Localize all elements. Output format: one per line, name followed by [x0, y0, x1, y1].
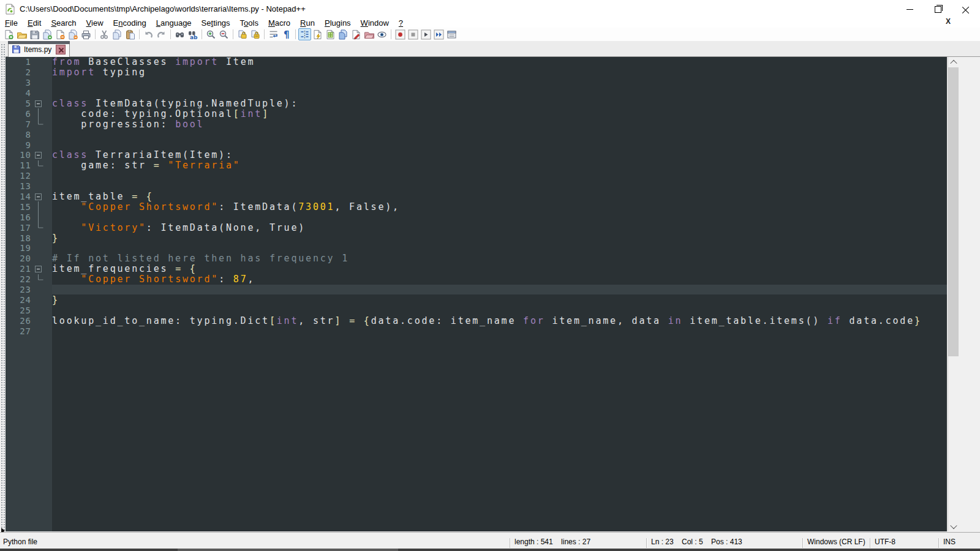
- menu-encoding[interactable]: Encoding: [108, 18, 151, 28]
- word-wrap-icon[interactable]: [267, 28, 280, 40]
- monitoring-icon[interactable]: [375, 28, 388, 40]
- copy-icon[interactable]: [111, 28, 124, 40]
- code-line[interactable]: 1from BaseClasses import Item: [6, 57, 947, 67]
- code-line[interactable]: 9: [6, 140, 947, 150]
- code-line[interactable]: 6 code: typing.Optional[int]: [6, 108, 947, 119]
- document-close-icon[interactable]: X: [946, 17, 951, 26]
- status-insert-mode[interactable]: INS: [943, 538, 956, 546]
- scrollbar-thumb[interactable]: [948, 67, 959, 356]
- scroll-down-icon[interactable]: [948, 521, 959, 531]
- code-line[interactable]: 18}: [6, 233, 947, 243]
- macro-play-icon[interactable]: [420, 28, 432, 40]
- fold-margin[interactable]: [31, 99, 52, 109]
- toolbar-separator: [202, 29, 202, 39]
- replace-icon[interactable]: ab: [186, 28, 199, 40]
- menu-view[interactable]: View: [81, 18, 108, 28]
- fold-margin[interactable]: [31, 264, 52, 274]
- fold-margin: [31, 108, 52, 119]
- code-line[interactable]: 4: [6, 88, 947, 99]
- indent-guide-icon[interactable]: [298, 28, 311, 40]
- line-number: 26: [6, 316, 31, 326]
- tab-bar: Items.py: [0, 41, 980, 57]
- code-line[interactable]: 11 game: str = "Terraria": [6, 160, 947, 171]
- save-icon[interactable]: [28, 28, 41, 40]
- status-eol-format[interactable]: Windows (CR LF): [807, 538, 865, 546]
- code-line[interactable]: 19: [6, 243, 947, 253]
- menu-help[interactable]: ?: [394, 18, 408, 28]
- code-line[interactable]: 27: [6, 326, 947, 336]
- code-line[interactable]: 25: [6, 305, 947, 315]
- macro-save-icon[interactable]: [445, 28, 458, 40]
- code-line[interactable]: 24}: [6, 294, 947, 305]
- code-editor[interactable]: 1from BaseClasses import Item2import typ…: [6, 57, 947, 531]
- tab-close-icon[interactable]: [56, 45, 66, 54]
- code-line[interactable]: 20# If not listed here then has frequenc…: [6, 253, 947, 264]
- menu-macro[interactable]: Macro: [263, 18, 295, 28]
- code-line[interactable]: 5class ItemData(typing.NamedTuple):: [6, 99, 947, 109]
- sync-horizontal-icon[interactable]: [249, 28, 262, 40]
- code-text: }: [52, 294, 59, 305]
- macro-run-multiple-icon[interactable]: [432, 28, 445, 40]
- code-line[interactable]: 2import typing: [6, 67, 947, 78]
- document-map-icon[interactable]: [324, 28, 337, 40]
- vertical-scrollbar[interactable]: [948, 57, 959, 531]
- menu-search[interactable]: Search: [46, 18, 81, 28]
- svg-text:¶: ¶: [284, 29, 290, 40]
- close-icon[interactable]: [54, 28, 67, 40]
- edit-marker-icon[interactable]: [350, 28, 363, 40]
- fold-margin: [31, 294, 52, 305]
- menu-plugins[interactable]: Plugins: [320, 18, 356, 28]
- code-line[interactable]: 14item_table = {: [6, 192, 947, 202]
- code-line[interactable]: 10class TerrariaItem(Item):: [6, 150, 947, 160]
- code-line[interactable]: 12: [6, 171, 947, 181]
- show-all-chars-icon[interactable]: ¶: [280, 28, 293, 40]
- document-list-icon[interactable]: [337, 28, 350, 40]
- function-list-icon[interactable]: [311, 28, 324, 40]
- fold-margin[interactable]: [31, 150, 52, 160]
- undo-icon[interactable]: [142, 28, 155, 40]
- macro-record-icon[interactable]: [394, 28, 407, 40]
- svg-text:ab: ab: [190, 34, 198, 40]
- menu-tools[interactable]: Tools: [235, 18, 263, 28]
- restore-button[interactable]: [924, 0, 952, 18]
- fold-margin[interactable]: [31, 192, 52, 202]
- code-line[interactable]: 17 "Victory": ItemData(None, True): [6, 222, 947, 233]
- redo-icon[interactable]: [155, 28, 168, 40]
- print-icon[interactable]: [80, 28, 92, 40]
- status-encoding[interactable]: UTF-8: [875, 538, 895, 546]
- save-all-icon[interactable]: [41, 28, 54, 40]
- find-icon[interactable]: [173, 28, 186, 40]
- code-line[interactable]: 21item_frequencies = {: [6, 264, 947, 274]
- code-line[interactable]: 8: [6, 129, 947, 140]
- minimize-button[interactable]: [895, 0, 924, 18]
- cut-icon[interactable]: [98, 28, 111, 40]
- menu-window[interactable]: Window: [356, 18, 394, 28]
- code-line[interactable]: 7 progression: bool: [6, 119, 947, 129]
- dock-grip[interactable]: [0, 43, 6, 531]
- zoom-out-icon[interactable]: [217, 28, 230, 40]
- code-line[interactable]: 16: [6, 212, 947, 222]
- menu-language[interactable]: Language: [151, 18, 197, 28]
- menu-settings[interactable]: Settings: [197, 18, 235, 28]
- active-tab-indicator: [8, 41, 70, 44]
- macro-stop-icon[interactable]: [407, 28, 420, 40]
- code-line[interactable]: 23: [6, 285, 947, 295]
- tab-items-py[interactable]: Items.py: [8, 41, 70, 57]
- menu-run[interactable]: Run: [295, 18, 320, 28]
- code-line[interactable]: 15 "Copper Shortsword": ItemData(73001, …: [6, 201, 947, 212]
- code-line[interactable]: 3: [6, 78, 947, 88]
- menu-edit[interactable]: Edit: [23, 18, 46, 28]
- scroll-up-icon[interactable]: [948, 57, 959, 67]
- open-file-icon[interactable]: [15, 28, 28, 40]
- menu-file[interactable]: File: [0, 18, 23, 28]
- close-button[interactable]: [952, 0, 980, 18]
- code-line[interactable]: 13: [6, 181, 947, 192]
- code-line[interactable]: 26lookup_id_to_name: typing.Dict[int, st…: [6, 315, 947, 326]
- sync-vertical-icon[interactable]: [236, 28, 249, 40]
- code-line[interactable]: 22 "Copper Shortsword": 87,: [6, 274, 947, 285]
- new-file-icon[interactable]: [2, 28, 15, 40]
- close-all-icon[interactable]: [67, 28, 80, 40]
- paste-icon[interactable]: [124, 28, 137, 40]
- zoom-in-icon[interactable]: [205, 28, 217, 40]
- folder-workspace-icon[interactable]: [363, 28, 375, 40]
